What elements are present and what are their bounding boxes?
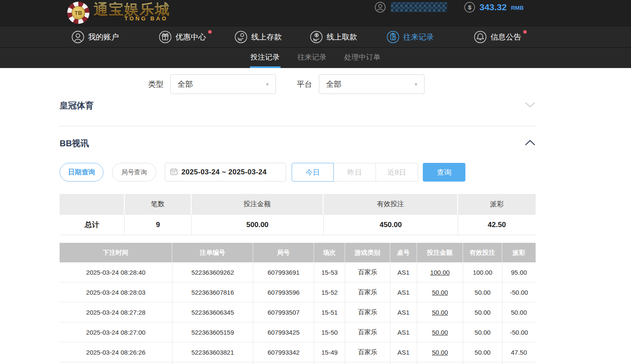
column-header: 游戏类别 (345, 243, 390, 262)
table-cell: 15-50 (314, 322, 345, 342)
nav-label: 线上存款 (251, 32, 282, 42)
summary-total-row: 总计 9 500.00 450.00 42.50 (60, 215, 536, 235)
table-row: 2025-03-24 08:28:03522363607816607993596… (60, 282, 536, 302)
table-cell: 15-49 (314, 342, 345, 362)
username-blurred (391, 2, 447, 12)
table-cell: AS1 (390, 302, 417, 322)
filter-bar: 类型 全部 ▼ 平台 全部 ▼ (148, 74, 631, 94)
bet-amount-link[interactable]: 50.00 (417, 302, 463, 322)
table-cell: 15-51 (314, 302, 345, 322)
summary-valid-bet: 450.00 (324, 215, 458, 235)
notification-dot (523, 30, 527, 34)
nav-item-announcements[interactable]: 信息公告 (474, 26, 521, 47)
nav-item-transaction-records[interactable]: 往来记录 (387, 26, 434, 47)
table-cell: 百家乐 (345, 322, 390, 342)
table-row: 2025-03-24 08:27:28522363606345607993507… (60, 302, 536, 322)
column-header: 桌号 (390, 243, 417, 262)
partial-next-row (60, 362, 536, 364)
poker-chip-icon: TB (67, 2, 89, 24)
table-cell: 50.00 (463, 302, 502, 322)
query-controls: 日期查询 局号查询 2025-03-24 ~ 2025-03-24 今日 (60, 163, 536, 182)
sub-navbar: 投注记录 往来记录 处理中订单 (0, 47, 631, 68)
bet-amount-link[interactable]: 50.00 (417, 322, 463, 342)
platform-select-value: 全部 (326, 79, 341, 89)
table-cell: 47.50 (502, 342, 536, 362)
table-cell: 50.00 (463, 322, 502, 342)
user-account-area[interactable] (375, 0, 447, 14)
tab-transaction-records[interactable]: 往来记录 (297, 48, 327, 68)
yesterday-button[interactable]: 昨日 (334, 163, 376, 182)
table-cell: 百家乐 (345, 342, 390, 362)
column-header: 下注时间 (60, 243, 172, 262)
bell-icon (474, 31, 487, 43)
table-row: 2025-03-24 08:27:00522363605159607993425… (60, 322, 536, 342)
table-cell: AS1 (390, 342, 417, 362)
table-cell: 2025-03-24 08:28:40 (60, 262, 172, 282)
user-icon (72, 31, 84, 43)
summary-bet-amount: 500.00 (192, 215, 324, 235)
summary-count: 9 (125, 215, 192, 235)
round-query-button[interactable]: 局号查询 (112, 163, 156, 182)
summary-header-row: 笔数 投注金额 有效投注 派彩 (60, 194, 536, 215)
column-header: 有效投注 (463, 243, 502, 262)
bet-amount-link[interactable]: 100.00 (417, 262, 463, 282)
table-cell: 15-52 (314, 282, 345, 302)
nav-item-withdraw[interactable]: $ 线上取款 (310, 26, 357, 47)
gift-icon (159, 31, 172, 43)
nav-label: 我的账户 (88, 32, 119, 42)
column-header: 局号 (253, 243, 314, 262)
summary-total-label: 总计 (60, 215, 125, 235)
balance-currency: RMB (511, 5, 524, 11)
summary-header: 有效投注 (324, 194, 458, 215)
bet-records-table: 下注时间 注单编号 局号 场次 游戏类别 桌号 投注金额 有效投注 派彩 202… (60, 243, 536, 364)
table-cell: 50.00 (502, 302, 536, 322)
table-cell: 2025-03-24 08:27:00 (60, 322, 172, 342)
today-button[interactable]: 今日 (292, 163, 334, 182)
table-cell: 607993425 (253, 322, 314, 342)
bet-table-body: 2025-03-24 08:28:40522363609262607993691… (60, 262, 536, 362)
table-cell: AS1 (390, 282, 417, 302)
site-logo[interactable]: TB 通宝娱乐城 TONG BAO (67, 1, 170, 24)
table-cell: 2025-03-24 08:27:28 (60, 302, 172, 322)
section-title: BB视讯 (60, 138, 89, 149)
section-bb-video[interactable]: BB视讯 (60, 126, 536, 160)
nav-item-deposit[interactable]: 线上存款 (235, 26, 282, 47)
date-query-button[interactable]: 日期查询 (60, 163, 103, 182)
bet-amount-link[interactable]: 50.00 (417, 282, 463, 302)
main-navbar: 我的账户 优惠中心 (0, 26, 631, 47)
date-range-value: 2025-03-24 ~ 2025-03-24 (181, 168, 267, 176)
nav-item-promotions[interactable]: 优惠中心 (159, 26, 206, 47)
section-crown-sports[interactable]: 皇冠体育 (60, 98, 536, 126)
chevron-down-icon: ▼ (414, 82, 418, 87)
last8days-button[interactable]: 近8日 (376, 163, 418, 182)
table-cell: 2025-03-24 08:28:03 (60, 282, 172, 302)
table-cell: 607993596 (253, 282, 314, 302)
tab-bet-records[interactable]: 投注记录 (250, 48, 281, 68)
table-cell: 百家乐 (345, 262, 390, 282)
platform-select[interactable]: 全部 ▼ (319, 74, 424, 94)
summary-payout: 42.50 (458, 215, 536, 235)
search-button[interactable]: 查询 (423, 163, 465, 182)
table-cell: 100.00 (463, 262, 502, 282)
nav-label: 往来记录 (403, 32, 434, 42)
table-cell: 95.00 (502, 262, 536, 282)
nav-item-my-account[interactable]: 我的账户 (72, 26, 119, 47)
nav-label: 线上取款 (327, 32, 357, 42)
table-cell: 2025-03-24 08:26:26 (60, 342, 172, 362)
bet-amount-link[interactable]: 50.00 (417, 342, 463, 362)
table-cell: 607993507 (253, 302, 314, 322)
tab-pending-orders[interactable]: 处理中订单 (344, 48, 381, 68)
summary-header: 派彩 (458, 194, 536, 215)
chevron-down-icon[interactable] (525, 102, 536, 110)
chip-monogram: TB (72, 6, 85, 20)
user-avatar-icon (375, 2, 386, 13)
platform-filter-label: 平台 (297, 79, 312, 89)
deposit-icon (235, 31, 247, 43)
nav-label: 优惠中心 (175, 32, 206, 42)
chevron-down-icon: ▼ (265, 82, 270, 87)
balance-area[interactable]: $ 343.32 RMB (464, 0, 524, 14)
chevron-up-icon[interactable] (525, 139, 536, 148)
type-select[interactable]: 全部 ▼ (170, 74, 276, 94)
quick-range-group: 今日 昨日 近8日 (292, 163, 418, 182)
date-range-input[interactable]: 2025-03-24 ~ 2025-03-24 (165, 163, 286, 182)
